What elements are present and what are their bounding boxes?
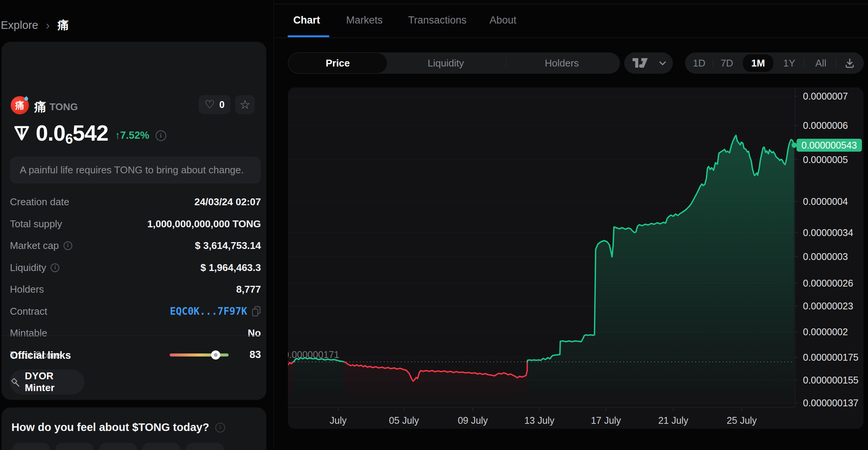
tab-transactions[interactable]: Transactions (408, 14, 467, 26)
svg-text:0.000000137: 0.000000137 (803, 398, 858, 408)
svg-text:0.0000003: 0.0000003 (803, 251, 848, 262)
token-avatar-glyph: 痛 (15, 99, 24, 111)
heart-icon: ♡ (205, 99, 215, 110)
series-tab-liquidity[interactable]: Liquidity (428, 52, 464, 74)
stat-row-contract: Contract EQC0K...7F97K (10, 304, 261, 319)
price-chart[interactable]: 0.0000001710.00000070.00000060.00000050.… (288, 87, 863, 429)
series-tab-price[interactable]: Price (288, 52, 388, 74)
timeframe-1d[interactable]: 1D (693, 52, 705, 74)
stat-row-holders: Holders 8,777 (10, 282, 261, 297)
svg-text:25 July: 25 July (727, 415, 757, 426)
timeframe-all[interactable]: All (816, 52, 827, 74)
svg-text:0.0000006: 0.0000006 (803, 120, 848, 131)
stat-label: Total supply (10, 218, 62, 230)
tabs-divider (274, 38, 868, 38)
breadcrumb-current: 痛 (57, 17, 69, 33)
breadcrumb-explore-link[interactable]: Explore (1, 19, 38, 32)
tab-chart[interactable]: Chart (293, 14, 320, 26)
stat-value: No (248, 327, 261, 339)
svg-text:0.000000543: 0.000000543 (801, 140, 857, 151)
timeframe-1m-active[interactable]: 1M (743, 54, 773, 72)
timeframe-1y[interactable]: 1Y (783, 52, 795, 74)
price-row: 0.06542 ↑7.52% i (13, 120, 166, 146)
svg-text:0.0000007: 0.0000007 (803, 91, 848, 101)
stat-row-liquidity: Liquidityi $ 1,964,463.3 (10, 260, 261, 275)
contract-value-group: EQC0K...7F97K (170, 306, 261, 317)
star-icon: ☆ (240, 98, 251, 111)
stat-label-text: Liquidity (10, 262, 46, 274)
svg-text:0.0000005: 0.0000005 (803, 154, 848, 165)
token-info-card: 痛 痛 TONG ♡ 0 ☆ 0.06542 ↑7.52% i A painfu… (2, 42, 266, 400)
sentiment-title-text: How do you feel about $TONG today? (11, 421, 209, 434)
chart-card: 0.0000001710.00000070.00000060.00000050.… (288, 87, 863, 429)
series-tab-label: Price (326, 57, 350, 69)
series-segmented-control: Price Liquidity Holders (288, 52, 620, 74)
token-description-box: A painful life requires TONG to bring ab… (10, 157, 261, 184)
breadcrumb: Explore › 痛 (1, 17, 69, 33)
timeframe-group: 1D 7D 1M 1Y All (685, 52, 864, 74)
stat-row-total-supply: Total supply 1,000,000,000,000 TONG (10, 216, 261, 231)
right-panel-top-border (274, 4, 868, 4)
token-description: A painful life requires TONG to bring ab… (20, 164, 244, 176)
svg-text:0.00000034: 0.00000034 (803, 227, 853, 238)
copy-icon[interactable] (252, 306, 261, 317)
svg-text:July: July (330, 415, 347, 426)
timeframe-divider (836, 58, 836, 68)
sentiment-option-button[interactable] (12, 443, 50, 450)
active-tab-underline (288, 35, 329, 37)
trust-knob-dot (214, 353, 218, 357)
sentiment-info-icon[interactable]: i (215, 423, 225, 433)
info-icon[interactable]: i (51, 263, 59, 272)
stat-label: Market capi (10, 240, 72, 252)
sentiment-option-button[interactable] (99, 443, 137, 450)
svg-text:0.00000023: 0.00000023 (803, 301, 853, 311)
svg-text:13 July: 13 July (524, 415, 555, 426)
sentiment-option-button[interactable] (56, 443, 94, 450)
stat-row-market-cap: Market capi $ 3,614,753.14 (10, 238, 261, 253)
stat-row-mintable: Mintable No (10, 325, 261, 341)
svg-text:21 July: 21 July (658, 415, 688, 426)
svg-text:0.000000155: 0.000000155 (803, 375, 858, 385)
price-change-badge: ↑7.52% (115, 130, 149, 141)
download-icon[interactable] (844, 58, 855, 68)
sentiment-card: How do you feel about $TONG today? i (2, 407, 266, 450)
contract-address-link[interactable]: EQC0K...7F97K (170, 306, 248, 317)
stat-value: 1,000,000,000,000 TONG (147, 218, 261, 230)
token-price: 0.06542 (36, 120, 108, 146)
info-icon[interactable]: i (64, 241, 72, 250)
favorite-button[interactable]: ☆ (235, 95, 255, 114)
price-tail: 542 (73, 120, 108, 145)
like-count: 0 (219, 99, 225, 110)
price-info-icon[interactable]: i (156, 130, 166, 141)
svg-text:0.0000004: 0.0000004 (803, 196, 848, 207)
tear-icon (24, 96, 29, 101)
timeframe-divider (713, 58, 713, 68)
timeframe-7d[interactable]: 7D (720, 52, 733, 74)
stat-label: Mintable (10, 327, 47, 339)
stat-value: $ 1,964,463.3 (200, 262, 261, 274)
token-name: 痛 (34, 99, 46, 116)
tab-markets[interactable]: Markets (346, 14, 383, 26)
svg-text:0.00000026: 0.00000026 (803, 278, 853, 288)
timeframe-label: 1M (751, 57, 765, 69)
tradingview-icon (633, 58, 649, 68)
series-tab-holders[interactable]: Holders (545, 52, 579, 74)
official-link-label: DYOR Minter (25, 370, 84, 394)
trust-score-knob[interactable] (211, 350, 220, 360)
stat-row-creation-date: Creation date 24/03/24 02:07 (10, 194, 261, 209)
stat-label: Contract (10, 306, 47, 317)
panel-separator (273, 0, 274, 450)
ton-icon (13, 124, 30, 142)
official-link-dyor-minter[interactable]: DYOR Minter (10, 369, 84, 395)
sentiment-option-button[interactable] (142, 443, 180, 450)
price-main: 0.0 (36, 120, 65, 145)
tradingview-dropdown-button[interactable] (624, 52, 673, 74)
like-button[interactable]: ♡ 0 (199, 95, 231, 114)
hammer-icon (10, 377, 20, 387)
price-subscript: 6 (65, 131, 73, 147)
sentiment-option-button[interactable] (186, 443, 224, 450)
trust-score-value: 83 (250, 349, 261, 361)
tab-about[interactable]: About (490, 14, 517, 26)
stat-label: Holders (10, 284, 44, 295)
svg-text:0.000000175: 0.000000175 (803, 352, 858, 363)
